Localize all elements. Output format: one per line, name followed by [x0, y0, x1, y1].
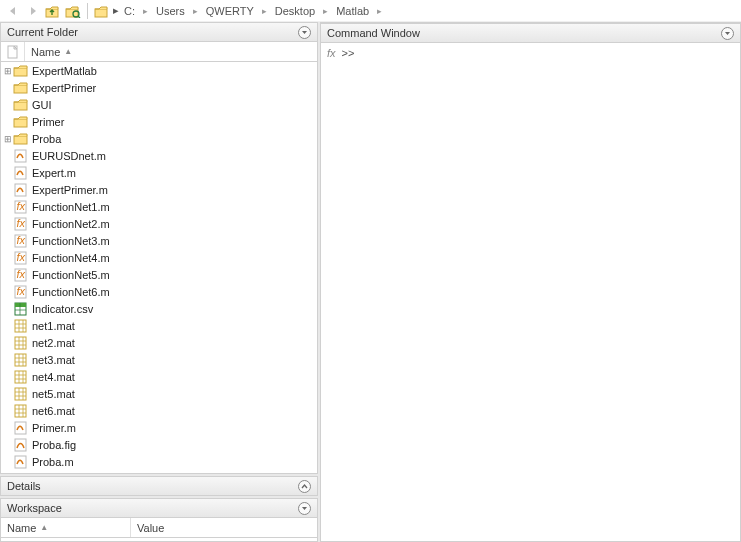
file-row[interactable]: net2.mat: [1, 334, 317, 351]
svg-text:fx: fx: [17, 268, 26, 280]
file-row[interactable]: net1.mat: [1, 317, 317, 334]
file-icon: [13, 166, 29, 180]
workspace-header[interactable]: Workspace: [0, 498, 318, 518]
file-icon: [13, 387, 29, 401]
file-row[interactable]: Proba.fig: [1, 436, 317, 453]
file-name: net5.mat: [32, 388, 75, 400]
file-name: Proba.fig: [32, 439, 76, 451]
command-window-title: Command Window: [327, 27, 420, 39]
chevron-right-icon[interactable]: ▸: [259, 6, 270, 16]
file-icon: fx: [13, 234, 29, 248]
address-toolbar: ▸ C:▸Users▸QWERTY▸Desktop▸Matlab▸: [0, 0, 741, 22]
folder-row[interactable]: ⊞Proba: [1, 130, 317, 147]
file-name: FunctionNet5.m: [32, 269, 110, 281]
folder-icon: [13, 98, 29, 112]
chevron-right-icon[interactable]: ▸: [113, 4, 119, 17]
forward-button[interactable]: [24, 2, 42, 20]
breadcrumb-segment[interactable]: C:: [121, 5, 138, 17]
file-row[interactable]: ExpertPrimer.m: [1, 181, 317, 198]
folder-row[interactable]: ⊞ExpertMatlab: [1, 62, 317, 79]
svg-rect-9: [14, 136, 27, 144]
breadcrumb: C:▸Users▸QWERTY▸Desktop▸Matlab▸: [121, 5, 385, 17]
command-window-menu-button[interactable]: [721, 27, 734, 40]
file-name: FunctionNet6.m: [32, 286, 110, 298]
details-header[interactable]: Details: [0, 476, 318, 496]
file-icon: fx: [13, 268, 29, 282]
file-name: EURUSDnet.m: [32, 150, 106, 162]
current-folder-header[interactable]: Current Folder: [0, 22, 318, 42]
sort-ascending-icon: ▲: [64, 47, 72, 56]
file-row[interactable]: fxFunctionNet5.m: [1, 266, 317, 283]
svg-rect-6: [14, 85, 27, 93]
file-icon: [13, 319, 29, 333]
name-column-header[interactable]: Name ▲: [25, 46, 317, 58]
breadcrumb-segment[interactable]: QWERTY: [203, 5, 257, 17]
svg-rect-1: [66, 9, 78, 17]
file-row[interactable]: fxFunctionNet1.m: [1, 198, 317, 215]
svg-rect-35: [15, 456, 26, 468]
svg-rect-34: [15, 439, 26, 451]
svg-text:fx: fx: [17, 285, 26, 297]
file-row[interactable]: Expert.m: [1, 164, 317, 181]
workspace-menu-button[interactable]: [298, 502, 311, 515]
folder-icon: [13, 64, 29, 78]
file-icon: fx: [13, 200, 29, 214]
browse-folder-button[interactable]: [64, 2, 82, 20]
current-folder-icon[interactable]: [93, 2, 111, 20]
file-icon: [13, 336, 29, 350]
file-name: net3.mat: [32, 354, 75, 366]
up-folder-button[interactable]: [44, 2, 62, 20]
workspace-name-column[interactable]: Name ▲: [1, 518, 131, 537]
file-row[interactable]: net5.mat: [1, 385, 317, 402]
folder-row[interactable]: ExpertPrimer: [1, 79, 317, 96]
file-row[interactable]: fxFunctionNet2.m: [1, 215, 317, 232]
sort-ascending-icon: ▲: [40, 523, 48, 532]
expand-icon[interactable]: ⊞: [3, 66, 13, 76]
file-row[interactable]: EURUSDnet.m: [1, 147, 317, 164]
file-name: FunctionNet4.m: [32, 252, 110, 264]
file-row[interactable]: fxFunctionNet3.m: [1, 232, 317, 249]
file-icon: fx: [13, 217, 29, 231]
expand-icon[interactable]: ⊞: [3, 134, 13, 144]
file-icon: [13, 455, 29, 469]
workspace-value-column[interactable]: Value: [131, 518, 317, 537]
command-window-body[interactable]: fx >>: [320, 43, 741, 542]
folder-row[interactable]: Primer: [1, 113, 317, 130]
file-row[interactable]: Indicator.csv: [1, 300, 317, 317]
folder-row[interactable]: GUI: [1, 96, 317, 113]
file-list-header: Name ▲: [0, 42, 318, 62]
svg-rect-28: [15, 337, 26, 349]
file-row[interactable]: net3.mat: [1, 351, 317, 368]
breadcrumb-segment[interactable]: Matlab: [333, 5, 372, 17]
folder-icon: [13, 81, 29, 95]
chevron-right-icon[interactable]: ▸: [190, 6, 201, 16]
svg-rect-32: [15, 405, 26, 417]
panel-menu-button[interactable]: [298, 26, 311, 39]
file-icon: [13, 438, 29, 452]
folder-name: GUI: [32, 99, 52, 111]
breadcrumb-segment[interactable]: Desktop: [272, 5, 318, 17]
file-list[interactable]: ⊞ExpertMatlabExpertPrimerGUIPrimer⊞Proba…: [0, 62, 318, 474]
chevron-right-icon[interactable]: ▸: [320, 6, 331, 16]
chevron-right-icon[interactable]: ▸: [140, 6, 151, 16]
file-name: FunctionNet3.m: [32, 235, 110, 247]
file-row[interactable]: net6.mat: [1, 402, 317, 419]
svg-rect-30: [15, 371, 26, 383]
file-row[interactable]: Proba.m: [1, 453, 317, 470]
file-row[interactable]: fxFunctionNet4.m: [1, 249, 317, 266]
command-window-header[interactable]: Command Window: [320, 23, 741, 43]
chevron-right-icon[interactable]: ▸: [374, 6, 385, 16]
svg-rect-7: [14, 102, 27, 110]
file-row[interactable]: fxFunctionNet6.m: [1, 283, 317, 300]
file-row[interactable]: net4.mat: [1, 368, 317, 385]
details-collapse-button[interactable]: [298, 480, 311, 493]
svg-text:fx: fx: [17, 217, 26, 229]
fx-button[interactable]: fx: [327, 47, 336, 59]
back-button[interactable]: [4, 2, 22, 20]
file-row[interactable]: Primer.m: [1, 419, 317, 436]
breadcrumb-segment[interactable]: Users: [153, 5, 188, 17]
svg-text:fx: fx: [17, 234, 26, 246]
file-name: Indicator.csv: [32, 303, 93, 315]
file-name: Primer.m: [32, 422, 76, 434]
workspace-body[interactable]: [0, 538, 318, 542]
